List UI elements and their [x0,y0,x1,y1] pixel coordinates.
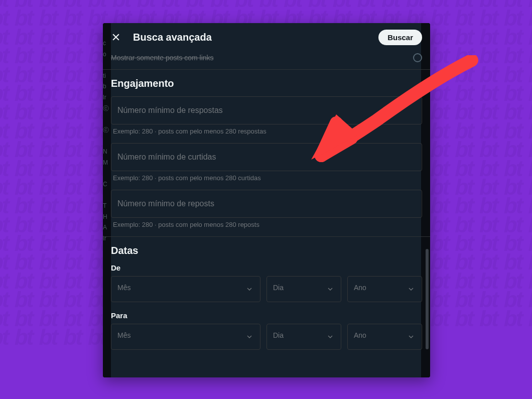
from-month-placeholder: Mês [117,284,130,292]
modal-title: Busca avançada [133,32,378,43]
advanced-search-modal: cotiblrⓒⓒNMCTHAlr Busca avançada Buscar … [103,23,430,377]
date-from-row: Mês Dia Ano [111,276,422,302]
min-likes-input[interactable] [111,143,422,171]
chevron-down-icon [326,285,335,294]
to-day-placeholder: Dia [273,331,284,339]
to-year-select[interactable]: Ano [347,324,422,350]
min-reposts-input[interactable] [111,190,422,218]
from-day-select[interactable]: Dia [267,276,341,302]
min-replies-group: Exemplo: 280 · posts com pelo menos 280 … [111,96,422,135]
date-from-label: De [111,263,422,272]
search-button[interactable]: Buscar [378,30,422,45]
from-month-select[interactable]: Mês [111,276,260,302]
chevron-down-icon [245,285,254,294]
to-month-placeholder: Mês [117,331,130,339]
links-filter-toggle[interactable] [413,53,422,62]
engagement-section-title: Engajamento [111,70,422,96]
date-to-label: Para [111,311,422,320]
to-day-select[interactable]: Dia [267,324,341,350]
min-reposts-group: Exemplo: 280 · posts com pelo menos 280 … [111,190,422,228]
dates-section-title: Datas [111,237,422,263]
links-filter-label: Mostrar somente posts com links [111,54,214,62]
min-likes-hint: Exemplo: 280 · posts com pelo menos 280 … [111,171,422,182]
min-likes-group: Exemplo: 280 · posts com pelo menos 280 … [111,143,422,182]
modal-body: Mostrar somente posts com links Engajame… [103,51,430,377]
chevron-down-icon [326,332,335,341]
from-year-placeholder: Ano [354,284,366,292]
chevron-down-icon [407,332,416,341]
close-button[interactable] [111,32,121,42]
chevron-down-icon [407,285,416,294]
min-reposts-hint: Exemplo: 280 · posts com pelo menos 280 … [111,218,422,228]
modal-header: Busca avançada Buscar [103,23,430,51]
chevron-down-icon [245,332,254,341]
from-day-placeholder: Dia [273,284,284,292]
to-year-placeholder: Ano [354,331,366,339]
from-year-select[interactable]: Ano [347,276,422,302]
close-icon [111,32,121,42]
links-filter-row: Mostrar somente posts com links [111,51,422,69]
to-month-select[interactable]: Mês [111,324,260,350]
min-replies-input[interactable] [111,96,422,124]
date-to-row: Mês Dia Ano [111,324,422,350]
min-replies-hint: Exemplo: 280 · posts com pelo menos 280 … [111,124,422,135]
